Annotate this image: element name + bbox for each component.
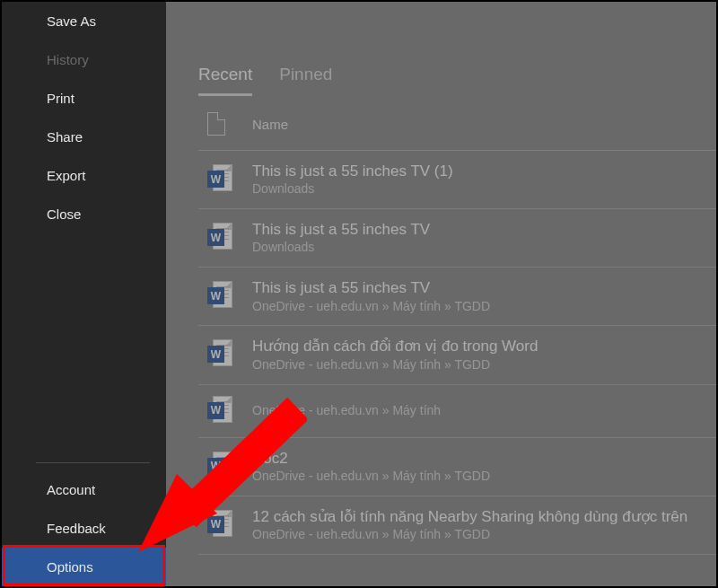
main-panel: Recent Pinned Name W This is just a 55 i…	[166, 2, 716, 586]
sidebar-bottom: Account Feedback Options	[2, 455, 166, 586]
list-header: Name	[198, 96, 716, 151]
sidebar: Save As History Print Share Export Close…	[2, 2, 166, 586]
doc-title: Hướng dẫn cách đổi đơn vị đo trong Word	[252, 337, 716, 355]
doc-title: Doc2	[252, 449, 716, 468]
doc-title: This is just a 55 inches TV (1)	[252, 162, 716, 180]
doc-path: OneDrive - ueh.edu.vn » Máy tính » TGDD	[252, 468, 716, 485]
doc-path: Downloads	[252, 239, 716, 256]
sidebar-item-label: Share	[47, 129, 83, 145]
sidebar-item-label: Export	[47, 168, 85, 183]
sidebar-item-share[interactable]: Share	[2, 118, 166, 156]
sidebar-item-label: Options	[47, 559, 93, 575]
sidebar-item-label: Close	[47, 206, 81, 222]
list-item[interactable]: W Hướng dẫn cách đổi đơn vị đo trong Wor…	[198, 326, 716, 384]
doc-title: This is just a 55 inches TV	[252, 278, 716, 297]
word-doc-icon: W	[207, 452, 232, 482]
list-item[interactable]: W This is just a 55 inches TV (1) Downlo…	[198, 151, 716, 209]
word-doc-icon: W	[207, 396, 232, 426]
document-list: W This is just a 55 inches TV (1) Downlo…	[198, 151, 716, 555]
word-doc-icon: W	[207, 281, 232, 312]
tabs: Recent Pinned	[198, 2, 716, 96]
list-item[interactable]: W This is just a 55 inches TV Downloads	[198, 209, 716, 268]
sidebar-top: Save As History Print Share Export Close	[2, 2, 166, 455]
doc-path: OneDrive - ueh.edu.vn » Máy tính	[252, 402, 716, 419]
doc-path: OneDrive - ueh.edu.vn » Máy tính » TGDD	[252, 526, 716, 543]
sidebar-item-export[interactable]: Export	[2, 156, 166, 195]
doc-title: This is just a 55 inches TV	[252, 220, 716, 239]
word-doc-icon: W	[207, 510, 232, 540]
sidebar-item-history: History	[2, 40, 166, 79]
sidebar-item-feedback[interactable]: Feedback	[2, 509, 166, 548]
word-doc-icon: W	[207, 339, 232, 370]
sidebar-item-label: Save As	[47, 13, 96, 29]
list-item[interactable]: W OneDrive - ueh.edu.vn » Máy tính	[198, 385, 716, 438]
sidebar-item-save-as[interactable]: Save As	[2, 2, 166, 40]
sidebar-item-label: Feedback	[47, 521, 106, 536]
sidebar-item-label: Print	[47, 91, 74, 106]
sidebar-item-account[interactable]: Account	[2, 470, 166, 509]
tab-pinned[interactable]: Pinned	[279, 65, 332, 96]
sidebar-item-options[interactable]: Options	[2, 548, 166, 586]
sidebar-divider	[36, 462, 150, 463]
word-backstage: Save As History Print Share Export Close…	[0, 0, 718, 588]
page-icon	[207, 112, 225, 136]
doc-path: OneDrive - ueh.edu.vn » Máy tính » TGDD	[252, 298, 716, 315]
header-name-label: Name	[252, 117, 288, 132]
doc-title: 12 cách sửa lỗi tính năng Nearby Sharing…	[252, 507, 716, 526]
list-item[interactable]: W Doc2 OneDrive - ueh.edu.vn » Máy tính …	[198, 438, 716, 496]
doc-path: Downloads	[252, 180, 716, 197]
tab-label: Pinned	[279, 65, 332, 83]
word-doc-icon: W	[207, 164, 232, 195]
doc-path: OneDrive - ueh.edu.vn » Máy tính » TGDD	[252, 356, 716, 373]
sidebar-item-close[interactable]: Close	[2, 195, 166, 233]
list-item[interactable]: W This is just a 55 inches TV OneDrive -…	[198, 268, 716, 326]
list-item[interactable]: W 12 cách sửa lỗi tính năng Nearby Shari…	[198, 496, 716, 555]
sidebar-item-label: Account	[47, 482, 95, 497]
sidebar-item-label: History	[47, 52, 89, 67]
tab-recent[interactable]: Recent	[198, 65, 252, 96]
word-doc-icon: W	[207, 223, 232, 253]
header-file-icon	[207, 112, 252, 136]
sidebar-item-print[interactable]: Print	[2, 79, 166, 118]
tab-label: Recent	[198, 65, 252, 83]
